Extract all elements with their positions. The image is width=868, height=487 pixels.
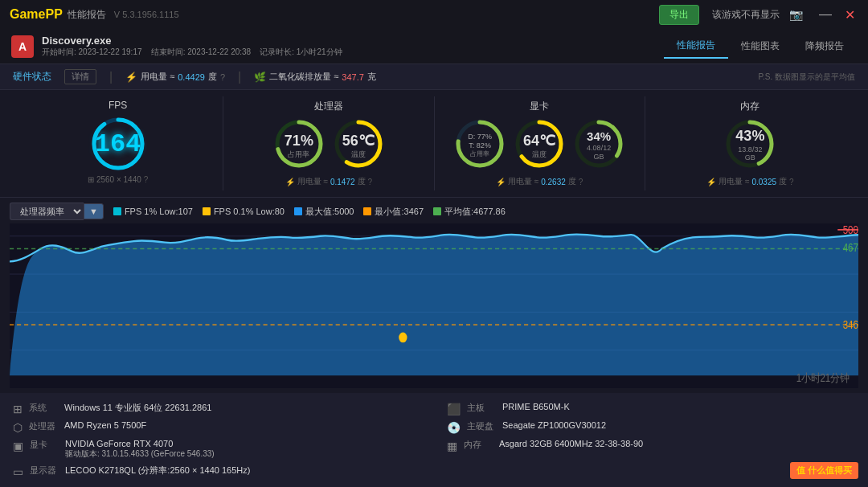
camera-icon[interactable]: 📷 [789,8,803,21]
app-icon-text: A [18,40,27,53]
gpu-temp-val: 64℃ [523,133,555,150]
monitor-key: 显示器 [30,464,59,477]
info-row-hdd: 💿 主硬盘 Seagate ZP1000GV30012 [447,418,855,436]
monitor-val: LECOO K2718QL (分辨率:2560 × 1440 165Hz) [65,464,250,477]
svg-point-1 [94,120,142,168]
cpu-help[interactable]: ? [368,178,373,186]
power-label: 用电量 ≈ [141,71,174,83]
legend-fps-1low: FPS 1% Low:107 [113,207,193,216]
power-help[interactable]: ? [220,72,225,82]
watermark-text: 值 什么值得买 [796,465,852,475]
board-icon: ⬛ [447,403,461,415]
gpu-power-val: 0.2632 [541,178,566,186]
cpu-usage-center: 71% 占用率 [285,133,313,158]
cpu-title: 处理器 [314,100,343,113]
co2-label: 二氧化碳排放量 ≈ [269,71,338,83]
chart-section: 处理器频率 ▼ FPS 1% Low:107 FPS 0.1% Low:80 [0,198,868,393]
hw-note: P.S. 数据图显示的是平均值 [759,72,855,83]
app-icon: A [11,35,34,58]
nav-tabs: 性能报告 性能图表 降频报告 [664,34,857,59]
gpu-d-usage: D: 77% [468,133,492,141]
cpu-footer: ⚡ 用电量 ≈ 0.1472 度 ? [285,176,372,187]
gpu-vram-pct: 34% [586,129,612,144]
logo-pp: PP [45,7,62,21]
gpu-block: 显卡 D: 77% T: 82% 占用率 [435,96,645,190]
gpu-key: 显卡 [30,439,59,451]
legend-label-avg: 平均值:4677.86 [444,206,506,218]
tab-performance-report[interactable]: 性能报告 [664,34,728,59]
content: 硬件状态 详情 | ⚡ 用电量 ≈ 0.4429 度 ? | 🌿 二氧化碳排放量… [0,64,868,487]
legend-label-fps-01low: FPS 0.1% Low:80 [214,207,285,216]
gpu-power-icon: ⚡ [496,178,506,186]
hdd-icon: 💿 [447,421,461,434]
ram-inner: 43% 13.8/32 GB [724,118,776,173]
info-row-ram: ▦ 内存 Asgard 32GB 6400MHz 32-38-38-90 [447,436,855,455]
ram-val: Asgard 32GB 6400MHz 32-38-38-90 [499,439,643,448]
cpu-temp-gauge: 56℃ 温度 [333,118,384,173]
board-val: PRIME B650M-K [502,402,570,411]
close-button[interactable]: ✕ [841,7,858,23]
gpu-driver: 驱动版本: 31.0.15.4633 (GeForce 546.33) [65,448,215,460]
info-row-gpu: ▣ 显卡 NVIDIA GeForce RTX 4070 驱动版本: 31.0.… [13,436,421,462]
legend-min: 最小值:3467 [363,206,424,218]
power-stat: ⚡ 用电量 ≈ 0.4429 度 ? [125,71,225,83]
ram-power-unit: 度 [779,176,787,187]
legend-fps-01low: FPS 0.1% Low:80 [203,207,285,216]
app-info: Discovery.exe 开始时间: 2023-12-22 19:17 结束时… [42,35,342,58]
legend-dot-avg [433,207,441,215]
minimize-button[interactable]: — [816,7,835,23]
ram-power-icon: ⚡ [706,178,716,186]
cpu-temp-val: 56℃ [342,133,375,150]
power-unit: 度 [208,71,217,83]
monitor-icon: ▭ [13,465,23,478]
chart-area: 5000 4677.86 3467 1小时21分钟 [10,223,858,388]
svg-text:5000: 5000 [843,223,858,236]
tab-performance-chart[interactable]: 性能图表 [728,35,792,58]
gpu-vram-gauge: 34% 4.08/12 GB [573,118,624,173]
start-time: 开始时间: 2023-12-22 19:17 [42,47,142,56]
logo-game: Game [10,7,45,21]
system-icon: ⊞ [13,403,23,415]
gpu-info: NVIDIA GeForce RTX 4070 驱动版本: 31.0.15.46… [65,439,215,460]
system-val: Windows 11 专业版 64位 22631.2861 [64,402,211,414]
legend-avg: 平均值:4677.86 [433,206,506,218]
fps-help[interactable]: ? [144,175,149,184]
gpu-temp-gauge: 64℃ 温度 [514,118,565,173]
hdd-key: 主硬盘 [467,420,496,432]
cpu-power-unit: 度 [358,176,366,187]
board-key: 主板 [467,402,496,414]
logo-area: GamePP 性能报告 V 5.3.1956.1115 [10,7,179,22]
duration: 记录时长: 1小时21分钟 [260,47,342,56]
fps-inner: 164 [90,116,146,172]
title-bar: GamePP 性能报告 V 5.3.1956.1115 导出 该游戏不再显示 📷… [0,0,868,29]
ram-usage-pct: 43% [735,128,764,145]
app-meta: 开始时间: 2023-12-22 19:17 结束时间: 2023-12-22 … [42,47,342,58]
svg-point-22 [399,333,407,343]
ram-footer: ⚡ 用电量 ≈ 0.0325 度 ? [706,176,793,187]
info-row-system: ⊞ 系统 Windows 11 专业版 64位 22631.2861 [13,399,421,418]
fps-circle: 164 [90,116,146,172]
gpu-help[interactable]: ? [579,178,583,186]
info-row-monitor: ▭ 显示器 LECOO K2718QL (分辨率:2560 × 1440 165… [13,462,421,481]
end-time: 结束时间: 2023-12-22 20:38 [151,47,252,56]
cpu-key: 处理器 [29,420,58,432]
gpu-temp-label: 温度 [523,149,555,158]
ram-help[interactable]: ? [789,178,794,186]
co2-unit: 克 [367,71,376,83]
gpu-val: NVIDIA GeForce RTX 4070 [65,439,215,448]
gpu-vram-center: 34% 4.08/12 GB [586,129,612,162]
cpu-usage-label: 占用率 [285,149,313,158]
chart-selector: 处理器频率 ▼ [10,203,104,220]
gpu-usage-center: D: 77% T: 82% 占用率 [468,133,492,158]
power-icon: ⚡ [125,72,137,83]
app-name: Discovery.exe [42,35,342,47]
no-show-button[interactable]: 该游戏不再显示 [712,8,780,22]
export-button[interactable]: 导出 [659,5,699,25]
hw-detail-button[interactable]: 详情 [64,69,96,84]
chart-select-arrow[interactable]: ▼ [84,203,104,219]
ram-icon: ▦ [447,440,457,452]
info-row-cpu: ⬡ 处理器 AMD Ryzen 5 7500F [13,418,421,436]
chart-select-dropdown[interactable]: 处理器频率 [10,203,84,220]
info-row-board: ⬛ 主板 PRIME B650M-K [447,399,855,418]
tab-throttle-report[interactable]: 降频报告 [792,35,857,58]
